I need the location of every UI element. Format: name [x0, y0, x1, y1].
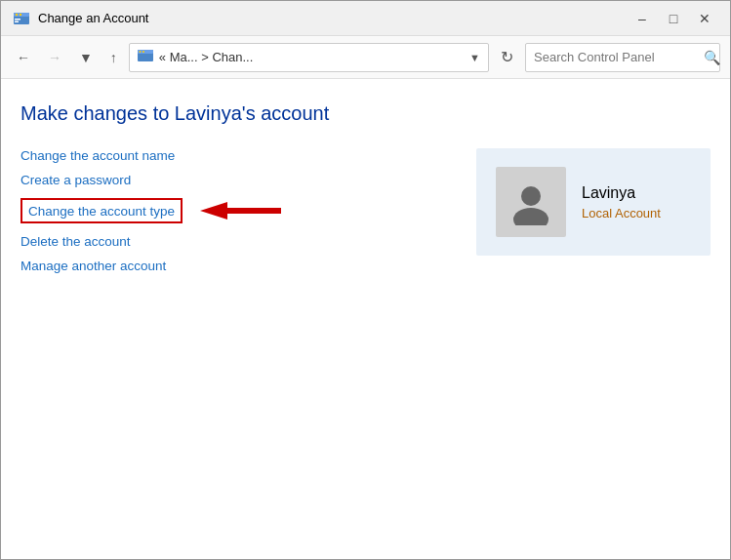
minimize-button[interactable]: – — [629, 9, 656, 28]
back-button[interactable]: ← — [11, 46, 36, 69]
delete-account-link[interactable]: Delete the account — [20, 234, 457, 249]
up-button[interactable]: ↑ — [104, 46, 123, 69]
maximize-button[interactable]: □ — [660, 9, 687, 28]
svg-point-12 — [521, 186, 541, 206]
search-icon: 🔍 — [704, 50, 720, 65]
address-icon — [138, 48, 153, 66]
title-bar-controls: – □ ✕ — [629, 9, 718, 28]
avatar-background — [496, 167, 566, 237]
change-type-link[interactable]: Change the account type — [28, 204, 175, 219]
avatar-icon — [508, 179, 554, 225]
red-arrow-icon — [200, 197, 288, 224]
arrow-container — [200, 197, 288, 224]
svg-point-13 — [513, 208, 548, 225]
create-password-link[interactable]: Create a password — [20, 173, 457, 187]
window-icon — [13, 10, 30, 27]
search-box[interactable]: 🔍 — [525, 43, 720, 72]
svg-point-3 — [20, 13, 21, 15]
nav-bar: ← → ▼ ↑ « Ma... > Chan... ▼ ↻ 🔍 — [1, 36, 730, 79]
links-section: Change the account name Create a passwor… — [20, 148, 457, 273]
account-info: Lavinya Local Account — [582, 184, 661, 220]
svg-rect-4 — [15, 19, 20, 20]
refresh-button[interactable]: ↻ — [495, 44, 519, 70]
forward-button[interactable]: → — [42, 46, 67, 69]
close-button[interactable]: ✕ — [691, 9, 718, 28]
address-bar[interactable]: « Ma... > Chan... ▼ — [129, 43, 489, 72]
account-name: Lavinya — [582, 184, 661, 202]
address-text: « Ma... > Chan... — [159, 50, 464, 64]
change-type-wrapper: Change the account type — [20, 197, 457, 224]
search-input[interactable] — [534, 50, 698, 64]
account-card: Lavinya Local Account — [476, 148, 711, 256]
address-chevron-icon: ▼ — [469, 52, 480, 63]
title-bar-left: Change an Account — [13, 10, 148, 27]
change-type-highlight-box: Change the account type — [20, 198, 183, 223]
title-bar: Change an Account – □ ✕ — [1, 1, 730, 36]
svg-point-9 — [142, 51, 144, 53]
svg-marker-11 — [200, 202, 227, 220]
manage-another-link[interactable]: Manage another account — [20, 259, 457, 273]
page-title: Make changes to Lavinya's account — [20, 102, 711, 125]
svg-point-8 — [139, 51, 141, 53]
svg-rect-5 — [15, 20, 19, 22]
window-title: Change an Account — [38, 11, 148, 25]
main-content: Make changes to Lavinya's account Change… — [1, 79, 730, 560]
account-type-label: Local Account — [582, 206, 661, 220]
change-name-link[interactable]: Change the account name — [20, 148, 457, 163]
svg-rect-10 — [227, 208, 281, 214]
content-area: Change the account name Create a passwor… — [20, 148, 711, 273]
svg-point-2 — [16, 13, 18, 15]
recent-pages-button[interactable]: ▼ — [73, 46, 99, 69]
